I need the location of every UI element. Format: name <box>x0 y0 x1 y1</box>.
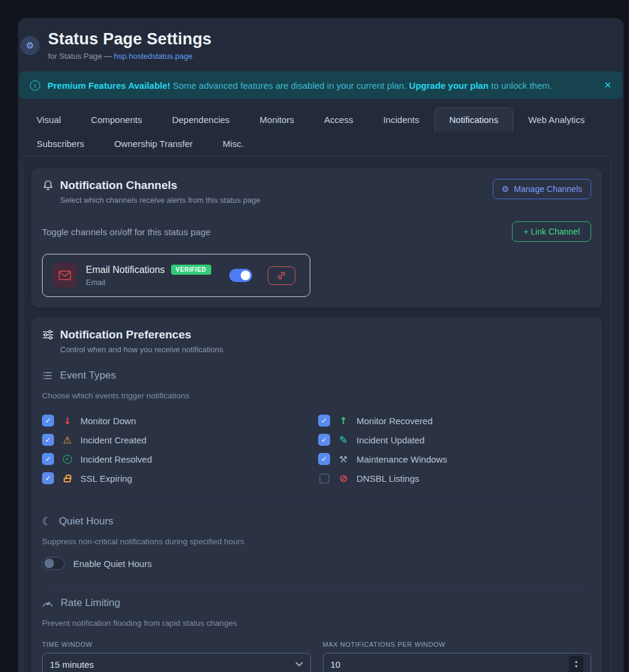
checkbox-monitor-down[interactable]: ✓ <box>42 415 54 427</box>
tab-misc[interactable]: Misc. <box>208 131 259 155</box>
time-window-label: TIME WINDOW <box>42 641 311 648</box>
time-window-value: 15 minutes <box>50 659 94 670</box>
event-label: Incident Created <box>80 435 146 445</box>
tools-icon: ⚒ <box>337 454 349 465</box>
checkbox-incident-created[interactable]: ✓ <box>42 434 54 446</box>
upgrade-plan-link[interactable]: Upgrade your plan <box>409 80 489 91</box>
time-window-select[interactable]: 15 minutes <box>42 653 311 672</box>
channel-type: Email <box>86 278 211 287</box>
number-stepper[interactable]: ▴ ▾ <box>569 656 583 672</box>
checkbox-monitor-recovered[interactable]: ✓ <box>318 415 330 427</box>
event-monitor-down: ✓ ↓ Monitor Down <box>42 415 318 427</box>
section-divider <box>42 502 591 503</box>
event-label: Incident Updated <box>357 435 424 445</box>
bell-icon <box>42 179 54 191</box>
tab-subscribers[interactable]: Subscribers <box>22 131 99 155</box>
event-dnsbl-listings: ⊘ DNSBL Listings <box>318 472 591 484</box>
checkbox-incident-updated[interactable]: ✓ <box>318 434 330 446</box>
pencil-icon: ✎ <box>337 434 349 446</box>
event-label: Maintenance Windows <box>357 454 447 464</box>
tab-notifications[interactable]: Notifications <box>435 107 514 131</box>
lock-icon <box>64 478 71 482</box>
enable-quiet-hours-toggle[interactable] <box>42 557 65 570</box>
channel-name: Email Notifications <box>86 265 165 275</box>
section-divider <box>42 584 591 585</box>
page-title: Status Page Settings <box>48 30 212 49</box>
email-channel-card: Email Notifications VERIFIED Email <box>42 254 310 297</box>
event-label: Monitor Down <box>80 416 136 426</box>
tab-components[interactable]: Components <box>76 107 157 131</box>
manage-channels-button[interactable]: ⚙ Manage Channels <box>493 179 591 199</box>
arrow-up-icon: ↑ <box>337 415 349 427</box>
event-types-description: Choose which events trigger notification… <box>42 391 591 400</box>
chevron-down-icon <box>295 662 303 667</box>
chain-link-icon <box>277 271 286 280</box>
info-icon: i <box>30 80 40 91</box>
enable-quiet-hours-label: Enable Quiet Hours <box>73 559 152 569</box>
checkbox-incident-resolved[interactable]: ✓ <box>42 453 54 465</box>
tab-ownership-transfer[interactable]: Ownership Transfer <box>99 131 208 155</box>
banner-bold: Premium Features Available! <box>47 80 170 91</box>
subtitle-prefix: for Status Page — <box>48 52 114 61</box>
notification-preferences-card: Notification Preferences Control when an… <box>31 317 602 672</box>
close-icon[interactable]: ✕ <box>604 80 612 91</box>
preferences-title: Notification Preferences <box>60 328 191 341</box>
sliders-icon <box>42 329 54 341</box>
settings-window: ⚙ Status Page Settings for Status Page —… <box>18 18 624 672</box>
checkbox-maintenance-windows[interactable]: ✓ <box>318 453 330 465</box>
gauge-icon <box>42 598 53 608</box>
status-page-domain-link[interactable]: hsp.hostedstatus.page <box>114 52 193 61</box>
email-icon-tile <box>52 263 77 288</box>
notifications-tab-panel: Notification Channels Select which chann… <box>22 155 612 672</box>
event-incident-updated: ✓ ✎ Incident Updated <box>318 434 591 446</box>
tab-access[interactable]: Access <box>309 107 368 131</box>
no-entry-icon: ⊘ <box>337 472 349 484</box>
warning-triangle-icon: ⚠ <box>61 434 73 446</box>
rate-limiting-description: Prevent notification flooding from rapid… <box>42 619 591 628</box>
channels-title: Notification Channels <box>60 179 177 192</box>
event-label: Monitor Recovered <box>357 416 433 426</box>
tab-visual[interactable]: Visual <box>22 107 76 131</box>
channels-subtitle: Select which channels receive alerts fro… <box>60 196 260 205</box>
max-notifications-label: MAX NOTIFICATIONS PER WINDOW <box>323 641 592 648</box>
event-types-grid: ✓ ↓ Monitor Down ✓ ⚠ Incident Created ✓ … <box>42 411 591 488</box>
list-icon <box>42 370 53 381</box>
gear-icon: ⚙ <box>502 184 510 194</box>
tab-incidents[interactable]: Incidents <box>368 107 434 131</box>
quiet-hours-title: Quiet Hours <box>59 515 113 527</box>
banner-suffix: to unlock them. <box>489 80 552 91</box>
max-notifications-input[interactable] <box>331 659 570 670</box>
tab-web-analytics[interactable]: Web Analytics <box>513 107 600 131</box>
event-incident-created: ✓ ⚠ Incident Created <box>42 434 318 446</box>
stepper-down-icon[interactable]: ▾ <box>575 664 577 669</box>
checkbox-ssl-expiring[interactable]: ✓ <box>42 472 54 484</box>
toggle-channels-hint: Toggle channels on/off for this status p… <box>42 227 211 237</box>
tab-dependencies[interactable]: Dependencies <box>157 107 245 131</box>
event-ssl-expiring: ✓ SSL Expiring <box>42 472 318 484</box>
max-notifications-field: ▴ ▾ <box>323 653 592 672</box>
verified-badge: VERIFIED <box>171 265 211 275</box>
event-label: Incident Resolved <box>80 454 152 464</box>
tab-bar: Visual Components Dependencies Monitors … <box>22 107 612 155</box>
banner-middle: Some advanced features are disabled in y… <box>170 80 409 91</box>
event-monitor-recovered: ✓ ↑ Monitor Recovered <box>318 415 591 427</box>
event-incident-resolved: ✓ ✓ Incident Resolved <box>42 453 318 465</box>
email-channel-toggle[interactable] <box>229 269 252 282</box>
event-label: DNSBL Listings <box>357 473 420 484</box>
gear-icon: ⚙ <box>26 40 34 51</box>
unlink-channel-button[interactable] <box>268 266 295 285</box>
notification-channels-card: Notification Channels Select which chann… <box>31 168 602 308</box>
checkbox-dnsbl-listings[interactable] <box>319 473 330 484</box>
gear-avatar: ⚙ <box>20 36 40 55</box>
rate-limiting-title: Rate Limiting <box>61 597 120 609</box>
quiet-hours-description: Suppress non-critical notifications duri… <box>42 537 591 546</box>
banner-text: Premium Features Available! Some advance… <box>47 80 552 91</box>
envelope-icon <box>58 270 71 281</box>
arrow-down-icon: ↓ <box>61 415 73 427</box>
event-types-title: Event Types <box>60 370 116 382</box>
page-subtitle: for Status Page — hsp.hostedstatus.page <box>48 52 212 61</box>
event-label: SSL Expiring <box>80 473 132 484</box>
page-header: ⚙ Status Page Settings for Status Page —… <box>18 18 624 67</box>
link-channel-button[interactable]: + Link Channel <box>512 221 591 242</box>
tab-monitors[interactable]: Monitors <box>245 107 310 131</box>
